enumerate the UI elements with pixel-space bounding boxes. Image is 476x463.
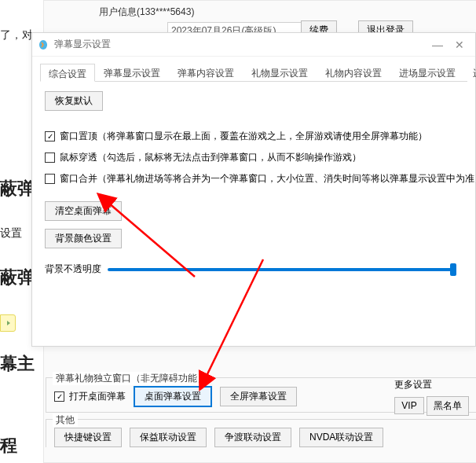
- tab-content: 恢复默认 窗口置顶（将弹幕窗口显示在最上面，覆盖在游戏之上，全屏游戏请使用全屏弹…: [32, 82, 475, 293]
- checkbox-open-desktop[interactable]: [54, 391, 64, 402]
- restore-default-button[interactable]: 恢复默认: [45, 91, 103, 111]
- titlebar: 弹幕显示设置 — ✕: [32, 33, 475, 57]
- tab-enter-content[interactable]: 进场内容设置: [464, 63, 476, 81]
- opacity-slider[interactable]: [108, 268, 456, 271]
- tab-gift-content[interactable]: 礼物内容设置: [317, 63, 390, 81]
- tab-general[interactable]: 综合设置: [40, 64, 95, 82]
- checkbox-row-open-desktop: 打开桌面弹幕: [54, 390, 126, 403]
- text-frag: 蔽弹: [0, 177, 35, 200]
- text-frag: 了，对: [0, 28, 33, 42]
- user-info: 用户信息(133****5643): [99, 6, 194, 19]
- checkbox-row-mousethrough: 鼠标穿透（勾选后，鼠标将无法点击到弹幕窗口，从而不影响操作游戏）: [45, 151, 463, 164]
- checkbox-label: 打开桌面弹幕: [69, 390, 126, 403]
- bottom-panel: 弹幕礼物独立窗口（非无障碍功能） 打开桌面弹幕 桌面弹幕设置 全屏弹幕设置 更多…: [46, 371, 476, 454]
- opacity-row: 背景不透明度: [45, 263, 463, 276]
- slider-thumb[interactable]: [450, 263, 456, 276]
- checkbox-row-merge: 窗口合并（弹幕礼物进场等将合并为一个弹幕窗口，大小位置、消失时间等将以弹幕显示设…: [45, 172, 463, 186]
- checkbox-topmost[interactable]: [45, 131, 55, 141]
- checkbox-label: 窗口合并（弹幕礼物进场等将合并为一个弹幕窗口，大小位置、消失时间等将以弹幕显示设…: [60, 172, 476, 186]
- checkbox-label: 鼠标穿透（勾选后，鼠标将无法点击到弹幕窗口，从而不影响操作游戏）: [60, 151, 361, 164]
- groupbox-legend: 其他: [53, 413, 78, 427]
- groupbox-legend: 弹幕礼物独立窗口（非无障碍功能）: [53, 372, 210, 385]
- groupbox-other: 其他 快捷键设置 保益联动设置 争渡联动设置 NVDA联动设置: [46, 419, 476, 447]
- checkbox-label: 窗口置顶（将弹幕窗口显示在最上面，覆盖在游戏之上，全屏游戏请使用全屏弹幕功能）: [60, 130, 427, 143]
- tabs: 综合设置 弹幕显示设置 弹幕内容设置 礼物显示设置 礼物内容设置 进场显示设置 …: [40, 63, 467, 82]
- danmu-settings-dialog: 弹幕显示设置 — ✕ 综合设置 弹幕显示设置 弹幕内容设置 礼物显示设置 礼物内…: [31, 32, 476, 347]
- more-settings-label: 更多设置: [394, 378, 469, 391]
- vip-button[interactable]: VIP: [394, 397, 423, 414]
- checkbox-row-topmost: 窗口置顶（将弹幕窗口显示在最上面，覆盖在游戏之上，全屏游戏请使用全屏弹幕功能）: [45, 130, 463, 143]
- fullscreen-danmu-settings-button[interactable]: 全屏弹幕设置: [220, 387, 297, 406]
- minimize-button[interactable]: —: [427, 39, 449, 51]
- dialog-title: 弹幕显示设置: [54, 38, 111, 51]
- clear-desktop-danmu-button[interactable]: 清空桌面弹幕: [45, 201, 122, 221]
- shortcut-settings-button[interactable]: 快捷键设置: [54, 428, 122, 447]
- tab-gift-display[interactable]: 礼物显示设置: [243, 63, 317, 81]
- checkbox-merge[interactable]: [45, 174, 55, 184]
- more-settings: 更多设置 VIP 黑名单: [394, 378, 469, 416]
- nvda-link-button[interactable]: NVDA联动设置: [299, 428, 383, 447]
- close-button[interactable]: ✕: [449, 39, 471, 51]
- zhengdu-link-button[interactable]: 争渡联动设置: [214, 428, 291, 447]
- tab-danmu-display[interactable]: 弹幕显示设置: [95, 63, 169, 81]
- desktop-danmu-settings-button[interactable]: 桌面弹幕设置: [134, 386, 212, 407]
- text-frag: 蔽弹: [0, 266, 35, 289]
- text-frag: 设置: [0, 226, 22, 241]
- bgcolor-settings-button[interactable]: 背景颜色设置: [45, 229, 122, 248]
- tab-danmu-content[interactable]: 弹幕内容设置: [169, 63, 243, 81]
- text-frag: 程: [0, 434, 17, 457]
- text-frag: 幕主: [0, 352, 35, 376]
- baoyi-link-button[interactable]: 保益联动设置: [130, 428, 207, 447]
- app-icon: [37, 39, 49, 51]
- groupbox-danmu-window: 弹幕礼物独立窗口（非无障碍功能） 打开桌面弹幕 桌面弹幕设置 全屏弹幕设置 更多…: [46, 377, 476, 413]
- opacity-label: 背景不透明度: [45, 263, 101, 276]
- checkbox-mousethrough[interactable]: [45, 152, 55, 163]
- dropdown-tag-icon[interactable]: [0, 314, 16, 332]
- blacklist-button[interactable]: 黑名单: [427, 396, 469, 416]
- tab-enter-display[interactable]: 进场显示设置: [390, 63, 464, 81]
